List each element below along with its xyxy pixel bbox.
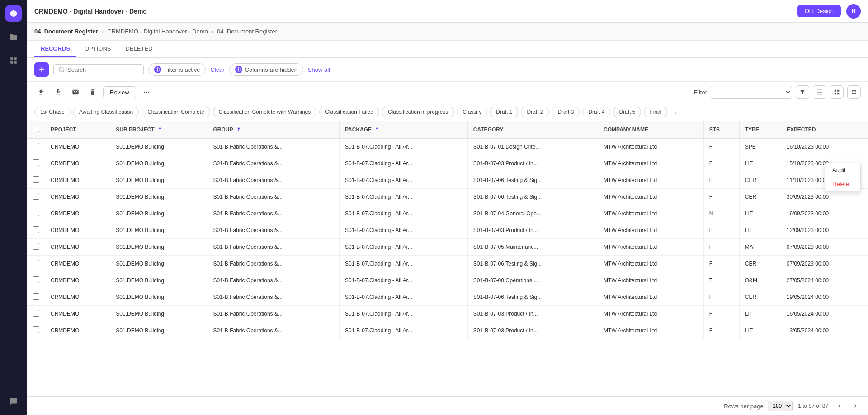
row-checkbox-6[interactable] xyxy=(33,243,39,250)
add-button[interactable]: + xyxy=(34,62,49,77)
row-checkbox-1[interactable] xyxy=(33,159,39,166)
cell-project-11: CRMDEMO xyxy=(45,322,110,339)
cell-package-3: S01-B-07.Cladding - All Ar... xyxy=(339,189,467,205)
row-checkbox-11[interactable] xyxy=(33,326,39,333)
sidebar-icon-chat[interactable] xyxy=(5,393,22,410)
cell-package-11: S01-B-07.Cladding - All Ar... xyxy=(339,322,467,339)
row-checkbox-0[interactable] xyxy=(33,143,39,149)
cell-sub-project-9: S01.DEMO Building xyxy=(110,289,208,306)
status-chip-failed[interactable]: Classification Failed xyxy=(319,107,379,117)
cell-sts-11: F xyxy=(703,322,739,339)
breadcrumb-project[interactable]: CRMDEMO - Digital Handover - Demo xyxy=(107,28,208,35)
status-chip-in-progress[interactable]: Classification in progress xyxy=(382,107,454,117)
tab-records[interactable]: RECORDS xyxy=(34,41,76,57)
status-chip-draft4[interactable]: Draft 4 xyxy=(582,107,610,117)
status-chip-draft5[interactable]: Draft 5 xyxy=(613,107,641,117)
row-checkbox-cell-6 xyxy=(27,239,45,256)
columns-hidden-chip[interactable]: i Columns are hidden xyxy=(229,63,303,76)
status-chip-draft3[interactable]: Draft 3 xyxy=(552,107,580,117)
sub-project-filter-icon[interactable] xyxy=(158,127,162,131)
app-logo[interactable] xyxy=(5,5,22,22)
filter-select[interactable] xyxy=(711,86,792,99)
search-input[interactable] xyxy=(67,66,135,73)
clear-filter-link[interactable]: Clear xyxy=(210,66,224,73)
cell-group-0: S01-B.Fabric Operations &... xyxy=(208,138,339,155)
cell-sts-6: F xyxy=(703,239,739,256)
review-button[interactable]: Review xyxy=(103,86,136,98)
sidebar xyxy=(0,0,27,415)
status-chip-complete[interactable]: Classification Complete xyxy=(142,107,210,117)
old-design-button[interactable]: Old Design xyxy=(797,5,841,17)
download-button[interactable] xyxy=(52,85,65,99)
topbar: CRMDEMO - Digital Handover - Demo Old De… xyxy=(27,0,868,23)
cell-package-2: S01-B-07.Cladding - All Ar... xyxy=(339,172,467,189)
status-chip-draft2[interactable]: Draft 2 xyxy=(521,107,549,117)
cell-sts-0: F xyxy=(703,138,739,155)
row-checkbox-9[interactable] xyxy=(33,293,39,300)
chips-scroll-right[interactable]: › xyxy=(670,107,681,117)
cell-category-3: S01-B-07-06.Testing & Sig... xyxy=(467,189,598,205)
cell-project-0: CRMDEMO xyxy=(45,138,110,155)
more-options-button[interactable] xyxy=(140,85,153,99)
package-filter-icon[interactable] xyxy=(375,127,379,131)
row-checkbox-8[interactable] xyxy=(33,276,39,283)
cell-package-5: S01-B-07.Cladding - All Ar... xyxy=(339,222,467,239)
cell-company-4: MTW Architectural Ltd xyxy=(598,205,704,222)
row-checkbox-2[interactable] xyxy=(33,176,39,183)
status-chip-1st-chase[interactable]: 1st Chase xyxy=(34,107,71,117)
cell-category-11: S01-B-07-03.Product / In... xyxy=(467,322,598,339)
columns-hidden-label: Columns are hidden xyxy=(245,66,297,73)
status-chip-awaiting[interactable]: Awaiting Classification xyxy=(73,107,139,117)
col-header-company: COMPANY NAME xyxy=(598,121,704,138)
cell-package-7: S01-B-07.Cladding - All Ar... xyxy=(339,256,467,272)
next-page-button[interactable] xyxy=(850,401,861,411)
row-checkbox-3[interactable] xyxy=(33,193,39,200)
sidebar-icon-folder[interactable] xyxy=(5,29,22,45)
prev-page-button[interactable] xyxy=(834,401,844,411)
filter-active-chip[interactable]: i Filter is active xyxy=(148,63,206,76)
cell-project-4: CRMDEMO xyxy=(45,205,110,222)
delete-button[interactable] xyxy=(86,85,99,99)
search-box xyxy=(53,64,144,75)
cell-project-2: CRMDEMO xyxy=(45,172,110,189)
layout-icon-btn[interactable] xyxy=(830,85,844,99)
rows-per-page-select[interactable]: 100 50 25 xyxy=(768,401,793,411)
cell-company-1: MTW Architectural Ltd xyxy=(598,155,704,172)
cell-expected-4: 16/09/2023 00:00 xyxy=(781,205,868,222)
upload-button[interactable] xyxy=(34,85,48,99)
cell-expected-7: 07/09/2023 00:00 xyxy=(781,256,868,272)
columns-icon-btn[interactable] xyxy=(813,85,826,99)
context-menu-delete[interactable]: Delete xyxy=(825,177,860,191)
status-chip-final[interactable]: Final xyxy=(644,107,667,117)
select-all-checkbox[interactable] xyxy=(33,126,39,132)
status-chip-complete-warnings[interactable]: Classification Complete with Warnings xyxy=(213,107,317,117)
row-checkbox-4[interactable] xyxy=(33,210,39,216)
svg-text:i: i xyxy=(238,67,239,72)
context-menu-audit[interactable]: Audit xyxy=(825,163,860,177)
svg-text:i: i xyxy=(157,67,158,72)
row-checkbox-10[interactable] xyxy=(33,310,39,317)
filter-icon-btn[interactable] xyxy=(796,85,809,99)
sidebar-icon-grid[interactable] xyxy=(5,52,22,69)
col-header-project: PROJECT xyxy=(45,121,110,138)
data-table: PROJECT SUB PROJECT GROUP PACKAGE CATEGO… xyxy=(27,121,868,339)
row-checkbox-5[interactable] xyxy=(33,226,39,233)
cell-sub-project-4: S01.DEMO Building xyxy=(110,205,208,222)
status-chip-classify[interactable]: Classify xyxy=(457,107,487,117)
tab-deleted[interactable]: DELETED xyxy=(119,41,159,57)
avatar[interactable]: H xyxy=(846,4,861,19)
table-row: CRMDEMO S01.DEMO Building S01-B.Fabric O… xyxy=(27,205,868,222)
cell-type-3: CER xyxy=(739,189,781,205)
table-row: CRMDEMO S01.DEMO Building S01-B.Fabric O… xyxy=(27,322,868,339)
cell-package-10: S01-B-07.Cladding - All Ar... xyxy=(339,306,467,322)
status-chip-draft1[interactable]: Draft 1 xyxy=(490,107,518,117)
show-all-link[interactable]: Show all xyxy=(308,66,330,73)
tab-options[interactable]: OPTIONS xyxy=(78,41,118,57)
header-checkbox-cell xyxy=(27,121,45,138)
fullscreen-icon-btn[interactable] xyxy=(847,85,861,99)
row-checkbox-7[interactable] xyxy=(33,260,39,266)
email-button[interactable] xyxy=(69,85,82,99)
breadcrumb-page[interactable]: 04. Document Register xyxy=(217,28,277,35)
group-filter-icon[interactable] xyxy=(236,127,241,131)
cell-expected-8: 27/05/2024 00:00 xyxy=(781,272,868,289)
